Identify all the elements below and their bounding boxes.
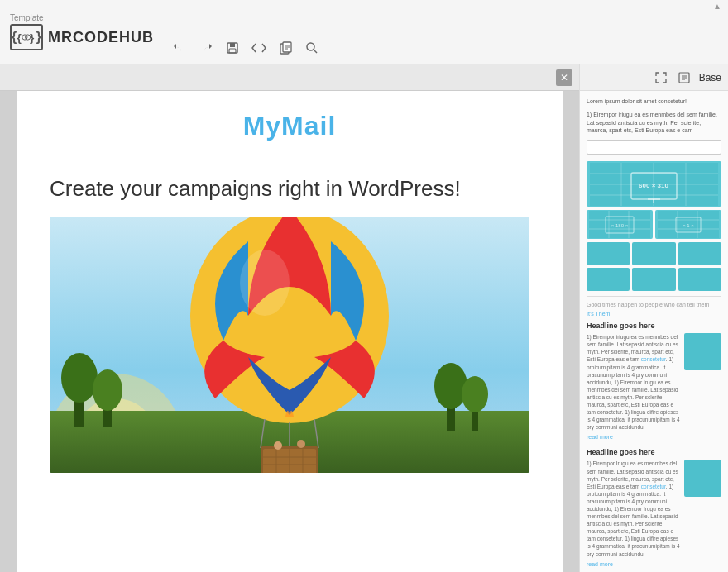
right-sidebar: ▲ Base xyxy=(579,64,728,572)
redo-button[interactable] xyxy=(197,39,215,57)
svg-text:600 × 310: 600 × 310 xyxy=(639,182,668,189)
export-icon xyxy=(678,72,690,83)
article-2-read-more[interactable]: read more xyxy=(587,561,721,567)
expand-button[interactable] xyxy=(653,69,669,86)
email-brand: MyMail xyxy=(50,111,529,141)
svg-text:× 1 ×: × 1 × xyxy=(682,223,694,228)
article-1-text: 1) Eirempor iriugu ea es menmbes del sem… xyxy=(587,333,681,431)
article-1-read-more[interactable]: read more xyxy=(587,434,721,440)
logo-main: { } MRCODEHUB xyxy=(10,24,154,50)
thumb-large-svg: 600 × 310 xyxy=(590,163,718,206)
main-content: ✕ MyMail Create your campaigns right in … xyxy=(0,64,728,572)
email-image-container xyxy=(17,217,563,489)
sidebar-article-2: Headline goes here 1) Eirempor Irugu ea … xyxy=(587,448,721,566)
thumb-tiny-6 xyxy=(678,268,721,291)
expand-icon xyxy=(655,72,667,83)
sidebar-divider-1 xyxy=(587,296,721,297)
email-headline: Create your campaigns right in WordPress… xyxy=(17,155,563,217)
article-1-link[interactable]: consetetur xyxy=(641,356,666,362)
search-button[interactable] xyxy=(303,39,321,57)
sidebar-lorem-body: 1) Eirempor iriugu ea es menmbes del sem… xyxy=(587,111,721,135)
undo-button[interactable] xyxy=(170,39,189,57)
undo-icon xyxy=(173,41,186,55)
thumb-tiny-5 xyxy=(632,268,675,291)
toolbar: Template { } MRCODEHUB xyxy=(0,0,728,64)
balloon-svg xyxy=(50,217,529,473)
editor-area: ✕ MyMail Create your campaigns right in … xyxy=(0,64,579,572)
sidebar-lorem-heading: Lorem ipsum dolor sit amet consetetur! xyxy=(587,98,721,106)
email-image xyxy=(50,217,529,473)
article-2-headline: Headline goes here xyxy=(587,448,721,456)
svg-point-21 xyxy=(93,369,122,411)
template-label: Template xyxy=(10,13,44,22)
close-button[interactable]: ✕ xyxy=(556,69,572,86)
article-2-body-row: 1) Eirempor Irugu ea es menmbes del sem … xyxy=(587,460,721,557)
svg-point-38 xyxy=(274,441,282,450)
code-icon xyxy=(251,42,266,54)
copy-button[interactable] xyxy=(276,39,295,57)
thumb-tiny-1 xyxy=(587,242,630,265)
svg-point-39 xyxy=(297,440,305,448)
article-2-link[interactable]: consetetur xyxy=(641,484,666,489)
thumb-tiny-2 xyxy=(632,242,675,265)
sidebar-article-1: Headline goes here 1) Eirempor iriugu ea… xyxy=(587,322,721,440)
its-them-link[interactable]: It's Them xyxy=(587,311,721,317)
svg-point-25 xyxy=(462,376,488,412)
email-preview[interactable]: MyMail Create your campaigns right in Wo… xyxy=(17,91,563,572)
svg-point-27 xyxy=(240,250,290,316)
save-icon xyxy=(226,41,239,55)
base-label: Base xyxy=(699,72,721,83)
article-2-text: 1) Eirempor Irugu ea es menmbes del sem … xyxy=(587,460,681,557)
article-1-thumb xyxy=(684,333,721,370)
article-1-body-row: 1) Eirempor iriugu ea es menmbes del sem… xyxy=(587,333,721,431)
toolbar-logo: Template { } MRCODEHUB xyxy=(10,13,154,50)
svg-point-12 xyxy=(307,43,314,50)
logo-svg: { } xyxy=(17,26,36,49)
copy-icon xyxy=(280,41,292,55)
thumb-large: 600 × 310 xyxy=(587,161,721,207)
logo-icon: { } xyxy=(10,24,43,50)
editor-header-bar: ✕ xyxy=(0,64,579,91)
thumb-tiny-3 xyxy=(678,242,721,265)
thumb-row-1: × 180 × × 1 × xyxy=(587,210,721,239)
thumb-row1-svg2: × 1 × xyxy=(658,211,719,238)
svg-rect-5 xyxy=(230,43,235,47)
code-button[interactable] xyxy=(250,39,268,57)
save-button[interactable] xyxy=(223,39,242,57)
svg-text:}: } xyxy=(30,31,35,44)
svg-point-19 xyxy=(61,353,98,403)
sidebar-content[interactable]: Lorem ipsum dolor sit amet consetetur! 1… xyxy=(580,91,728,572)
thumb-tiny-4 xyxy=(587,268,630,291)
thumb-grid-3 xyxy=(587,242,721,291)
thumb-small-1: × 180 × xyxy=(587,210,653,239)
thumb-row1-svg1: × 180 × xyxy=(589,211,650,238)
article-2-thumb xyxy=(684,460,721,497)
sidebar-top-bar: ▲ Base xyxy=(580,64,728,91)
article-1-headline: Headline goes here xyxy=(587,322,721,330)
search-icon xyxy=(305,41,318,55)
sidebar-section-label: Good times happen to people who can tell… xyxy=(587,302,721,307)
export-button[interactable] xyxy=(676,69,692,86)
redo-icon xyxy=(199,41,213,55)
app-container: Template { } MRCODEHUB xyxy=(0,0,728,572)
thumb-small-2: × 1 × xyxy=(655,210,721,239)
toolbar-tools xyxy=(170,22,321,64)
svg-point-23 xyxy=(434,363,467,409)
svg-line-13 xyxy=(314,50,317,53)
svg-text:{: { xyxy=(17,31,22,44)
email-header: MyMail xyxy=(17,91,563,155)
logo-name: MRCODEHUB xyxy=(48,29,154,46)
svg-text:× 180 ×: × 180 × xyxy=(611,223,629,228)
sidebar-input[interactable] xyxy=(587,140,721,155)
